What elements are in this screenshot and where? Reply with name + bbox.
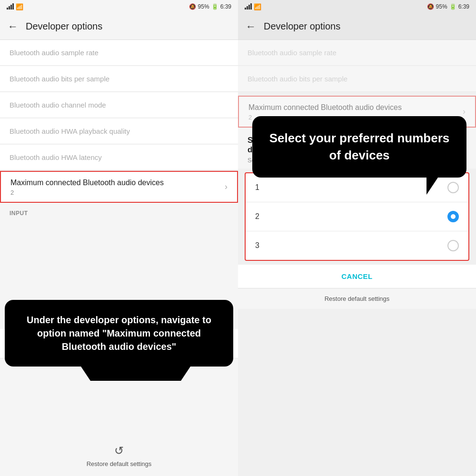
right-back-button[interactable]: ← [246,20,256,33]
left-speech-bubble: Under the developer options, navigate to… [5,300,233,367]
left-back-button[interactable]: ← [8,20,18,33]
left-status-left: 📶 [7,3,23,10]
left-battery-pct: 95% [198,3,209,10]
cancel-button[interactable]: CANCEL [238,265,476,288]
right-status-bar: 📶 🔕 95% 🔋 6:39 [238,0,476,13]
left-section-input: INPUT [0,203,238,219]
right-time: 6:39 [458,3,469,10]
right-battery-icon: 🔋 [449,3,456,10]
right-speech-bubble: Select your preferred numbers of devices [252,116,466,178]
radio-option-3[interactable]: 3 [246,231,468,260]
left-app-header: ← Developer options [0,13,238,40]
right-setting-item-bits-per-sample: Bluetooth audio bits per sample [238,66,476,92]
left-setting-item-sample-rate[interactable]: Bluetooth audio sample rate [0,40,238,66]
left-phone-panel: 📶 🔕 95% 🔋 6:39 ← Developer options Bluet… [0,0,238,476]
left-status-right: 🔕 95% 🔋 6:39 [189,3,231,10]
left-battery-icon: 🔋 [211,3,218,10]
right-status-right: 🔕 95% 🔋 6:39 [427,3,469,10]
left-chevron-icon: › [225,182,228,192]
left-restore-footer[interactable]: ↺ Restore default settings [0,436,238,476]
wifi-icon: 📶 [16,3,23,10]
right-phone-panel: 📶 🔕 95% 🔋 6:39 ← Developer options Bluet… [238,0,476,476]
right-wifi-icon: 📶 [254,3,261,10]
left-page-title: Developer options [26,21,102,32]
right-setting-item-sample-rate: Bluetooth audio sample rate [238,40,476,66]
right-alarm-icon: 🔕 [427,3,434,10]
restore-icon: ↺ [114,444,124,457]
radio-circle-3 [447,240,459,251]
right-chevron-icon: › [463,107,466,117]
right-signal-bars-icon [245,4,252,10]
right-battery-pct: 95% [436,3,447,10]
left-setting-item-bits-per-sample[interactable]: Bluetooth audio bits per sample [0,66,238,92]
left-alarm-icon: 🔕 [189,3,196,10]
radio-circle-1 [447,182,459,193]
left-max-devices-item[interactable]: Maximum connected Bluetooth audio device… [0,171,238,203]
left-time: 6:39 [220,3,231,10]
signal-bars-icon [7,4,14,10]
left-setting-item-hwa-latency[interactable]: Bluetooth audio HWA latency [0,145,238,170]
right-settings-top: Bluetooth audio sample rate Bluetooth au… [238,40,476,128]
right-page-title: Developer options [264,21,340,32]
left-setting-item-channel-mode[interactable]: Bluetooth audio channel mode [0,92,238,118]
right-status-left: 📶 [245,3,261,10]
left-settings-list: Bluetooth audio sample rate Bluetooth au… [0,40,238,436]
restore-label: Restore default settings [87,460,152,467]
radio-option-2[interactable]: 2 [246,202,468,231]
right-app-header: ← Developer options [238,13,476,40]
radio-circle-2 [447,211,459,222]
right-restore-footer[interactable]: Restore default settings [238,288,476,309]
left-status-bar: 📶 🔕 95% 🔋 6:39 [0,0,238,13]
left-setting-item-hwa-quality[interactable]: Bluetooth audio HWA playback quality [0,119,238,144]
